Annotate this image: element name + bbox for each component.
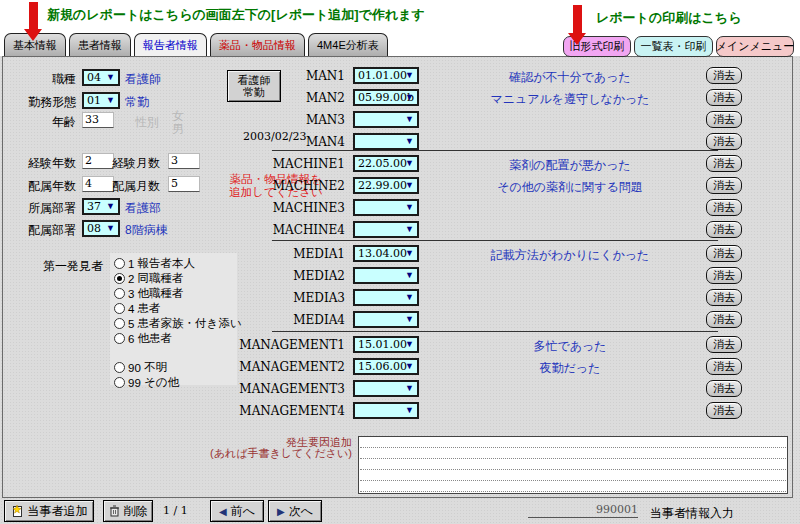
factor-dropdown[interactable]: ▼: [353, 199, 419, 216]
factor-dropdown[interactable]: 15.01.00▼: [353, 336, 419, 353]
dropdown-arrow-icon: ▼: [405, 157, 414, 170]
option-code: 5: [128, 318, 134, 330]
tab-patient-info[interactable]: 患者情報: [69, 33, 131, 56]
main-menu-button[interactable]: メインメニュー: [716, 36, 794, 57]
first-finder-option[interactable]: 4 患者: [114, 301, 237, 316]
first-finder-option[interactable]: 1 報告者本人: [114, 256, 237, 271]
factor-description: その他の薬剤に関する問題: [420, 179, 720, 196]
department-desc: 看護部: [125, 200, 161, 217]
first-finder-option[interactable]: 90 不明: [114, 360, 237, 375]
dropdown-arrow-icon: ▼: [405, 360, 414, 373]
clear-button[interactable]: 消去: [706, 111, 742, 128]
factor-label: MAN3: [230, 113, 345, 127]
next-button[interactable]: ▶ 次へ: [268, 500, 322, 522]
factor-label: MAN2: [230, 91, 345, 105]
clear-button[interactable]: 消去: [706, 89, 742, 106]
add-person-button[interactable]: 当事者追加: [4, 500, 94, 522]
factor-dropdown[interactable]: 22.99.00▼: [353, 177, 419, 194]
factor-value: 15.01.00: [355, 338, 407, 351]
prev-button[interactable]: ◀ 前へ: [210, 500, 264, 522]
first-finder-option[interactable]: 3 他職種者: [114, 286, 237, 301]
occupation-dropdown[interactable]: 04 ▼: [82, 69, 120, 86]
assigned-dept-label: 配属部署: [0, 222, 76, 239]
dropdown-arrow-icon: ▼: [405, 338, 414, 351]
clear-button[interactable]: 消去: [706, 402, 742, 419]
ruled-line: [360, 459, 786, 470]
tab-4m4e-analysis[interactable]: 4M4E分析表: [308, 33, 388, 56]
clear-button[interactable]: 消去: [706, 221, 742, 238]
dropdown-arrow-icon: ▼: [405, 91, 414, 104]
first-finder-option[interactable]: 99 その他: [114, 375, 237, 390]
clear-button[interactable]: 消去: [706, 155, 742, 172]
factor-dropdown[interactable]: 15.06.00▼: [353, 358, 419, 375]
first-finder-option[interactable]: 2 同職種者: [114, 271, 237, 286]
cause-handwriting-area[interactable]: [358, 436, 788, 494]
radio-icon: [114, 362, 125, 373]
section-divider: [272, 240, 718, 241]
list-print-button[interactable]: 一覧表・印刷: [634, 36, 713, 57]
factor-group-machine: MACHINE1 22.05.00▼ 薬剤の配置が悪かった 消去 MACHINE…: [230, 153, 745, 241]
assign-years-field[interactable]: 4: [82, 176, 114, 192]
factor-dropdown[interactable]: 01.01.00▼: [353, 67, 419, 84]
factor-dropdown[interactable]: ▼: [353, 267, 419, 284]
assigned-dept-dropdown[interactable]: 08 ▼: [82, 220, 120, 237]
factor-dropdown[interactable]: ▼: [353, 311, 419, 328]
experience-months-field[interactable]: 3: [168, 153, 200, 169]
factor-dropdown[interactable]: ▼: [353, 380, 419, 397]
factor-dropdown[interactable]: 05.99.00b▼: [353, 89, 419, 106]
clear-button[interactable]: 消去: [706, 289, 742, 306]
factor-description: 夜勤だった: [420, 360, 720, 377]
factor-label: MACHINE3: [230, 201, 345, 215]
factor-row: MACHINE4 ▼ 消去: [230, 219, 745, 241]
tab-drug-item-info[interactable]: 薬品・物品情報: [210, 33, 305, 56]
clear-button[interactable]: 消去: [706, 336, 742, 353]
clear-button[interactable]: 消去: [706, 380, 742, 397]
factor-group-media: MEDIA1 13.04.00▼ 記載方法がわかりにくかった 消去 MEDIA2…: [230, 243, 745, 331]
section-divider: [272, 150, 718, 151]
option-group-spacer: [114, 346, 237, 360]
first-finder-option[interactable]: 5 患者家族・付き添い: [114, 316, 237, 331]
occupation-label: 職種: [0, 71, 76, 88]
factor-dropdown[interactable]: 13.04.00▼: [353, 245, 419, 262]
clear-button[interactable]: 消去: [706, 133, 742, 150]
assign-months-field[interactable]: 5: [168, 176, 200, 192]
arrow-shaft: [29, 2, 38, 29]
option-label: 他患者: [138, 331, 173, 346]
occupation-desc: 看護師: [125, 71, 161, 88]
assigned-dept-value: 08: [84, 222, 101, 235]
factor-row: MACHINE1 22.05.00▼ 薬剤の配置が悪かった 消去: [230, 153, 745, 175]
dropdown-arrow-icon: ▼: [106, 200, 115, 213]
dropdown-arrow-icon: ▼: [405, 201, 414, 214]
dropdown-arrow-icon: ▼: [405, 69, 414, 82]
clear-button[interactable]: 消去: [706, 199, 742, 216]
tab-reporter-info[interactable]: 報告者情報: [134, 33, 207, 56]
department-dropdown[interactable]: 37 ▼: [82, 198, 120, 215]
clear-button[interactable]: 消去: [706, 177, 742, 194]
experience-months-label: 経験月数: [112, 155, 160, 172]
dropdown-arrow-icon: ▼: [405, 404, 414, 417]
clear-button[interactable]: 消去: [706, 358, 742, 375]
factor-row: MEDIA4 ▼ 消去: [230, 309, 745, 331]
factor-dropdown[interactable]: ▼: [353, 111, 419, 128]
experience-years-field[interactable]: 2: [82, 153, 114, 169]
factor-label: MANAGEMENT4: [230, 404, 345, 418]
factor-label: MEDIA3: [230, 291, 345, 305]
factor-dropdown[interactable]: ▼: [353, 133, 419, 150]
age-field[interactable]: 33: [82, 112, 114, 128]
first-finder-option[interactable]: 6 他患者: [114, 331, 237, 346]
delete-button[interactable]: 削除: [103, 500, 153, 522]
work-style-dropdown[interactable]: 01 ▼: [82, 92, 120, 109]
clear-button[interactable]: 消去: [706, 311, 742, 328]
clear-button[interactable]: 消去: [706, 245, 742, 262]
factor-label: MACHINE1: [230, 157, 345, 171]
clear-button[interactable]: 消去: [706, 267, 742, 284]
clear-button[interactable]: 消去: [706, 67, 742, 84]
factor-value: 13.04.00: [355, 247, 407, 260]
factor-dropdown[interactable]: 22.05.00▼: [353, 155, 419, 172]
factor-dropdown[interactable]: ▼: [353, 289, 419, 306]
factor-row: MANAGEMENT4 ▼ 消去: [230, 400, 745, 422]
dropdown-arrow-icon: ▼: [405, 291, 414, 304]
dropdown-arrow-icon: ▼: [405, 247, 414, 260]
factor-dropdown[interactable]: ▼: [353, 402, 419, 419]
factor-dropdown[interactable]: ▼: [353, 221, 419, 238]
